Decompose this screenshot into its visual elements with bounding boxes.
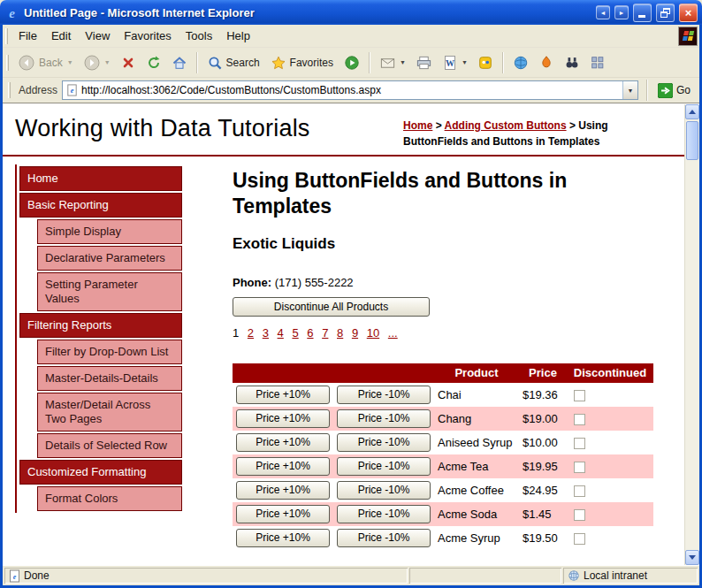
mail-button[interactable]: ▼ bbox=[375, 52, 410, 73]
find-button[interactable] bbox=[560, 52, 584, 73]
price-cell: $1.45 bbox=[519, 502, 567, 526]
refresh-button[interactable] bbox=[141, 52, 166, 73]
search-button[interactable]: Search bbox=[202, 52, 265, 73]
minimize-button[interactable] bbox=[633, 4, 652, 22]
close-button[interactable]: × bbox=[679, 4, 698, 22]
price-decrease-button[interactable]: Price -10% bbox=[337, 481, 431, 500]
edit-button[interactable]: W ▼ bbox=[438, 52, 472, 73]
back-button[interactable]: Back▼ bbox=[13, 51, 78, 74]
discontinued-checkbox[interactable] bbox=[574, 533, 585, 545]
discuss-button[interactable] bbox=[508, 52, 533, 73]
media-button[interactable] bbox=[340, 52, 364, 73]
address-label: Address bbox=[19, 84, 57, 96]
table-row: Price +10% Price -10% Acme Tea $19.95 bbox=[233, 454, 653, 478]
price-increase-button[interactable]: Price +10% bbox=[236, 481, 330, 500]
price-increase-button[interactable]: Price +10% bbox=[236, 433, 330, 452]
price-increase-button[interactable]: Price +10% bbox=[236, 409, 330, 428]
stop-button[interactable] bbox=[116, 52, 141, 73]
sidebar-item-filtering-reports[interactable]: Filtering Reports bbox=[19, 313, 182, 338]
sidebar-item-master-detail-across-two-pages[interactable]: Master/Detail Across Two Pages bbox=[37, 393, 182, 431]
print-button[interactable] bbox=[411, 52, 437, 73]
sidebar-item-simple-display[interactable]: Simple Display bbox=[37, 219, 182, 244]
price-decrease-button[interactable]: Price -10% bbox=[337, 529, 431, 547]
scrollbar-track[interactable] bbox=[685, 119, 699, 550]
titlebar-nav-forward-button[interactable]: ► bbox=[614, 5, 629, 19]
site-header: Working with Data Tutorials Home > Addin… bbox=[3, 104, 684, 155]
scrollbar-thumb[interactable] bbox=[686, 121, 698, 160]
sidebar-item-details-of-selected-row[interactable]: Details of Selected Row bbox=[37, 433, 182, 458]
quick-links-button[interactable] bbox=[585, 52, 610, 73]
price-decrease-button[interactable]: Price -10% bbox=[337, 433, 431, 452]
discontinued-checkbox[interactable] bbox=[574, 509, 585, 521]
toolbar-grip[interactable] bbox=[5, 28, 8, 44]
pager-link[interactable]: 8 bbox=[337, 326, 343, 340]
scroll-down-button[interactable] bbox=[685, 550, 699, 565]
price-increase-button[interactable]: Price +10% bbox=[236, 386, 330, 404]
breadcrumb-link-section[interactable]: Adding Custom Buttons bbox=[445, 119, 567, 132]
pager-link[interactable]: 9 bbox=[352, 326, 358, 340]
menu-tools[interactable]: Tools bbox=[179, 26, 219, 46]
sidebar-item-home[interactable]: Home bbox=[19, 166, 182, 191]
address-input[interactable] bbox=[79, 82, 622, 98]
toolbar-grip[interactable] bbox=[8, 82, 11, 98]
price-increase-button[interactable]: Price +10% bbox=[236, 505, 330, 523]
price-decrease-button[interactable]: Price -10% bbox=[337, 386, 431, 404]
titlebar-nav-back-button[interactable]: ◄ bbox=[596, 5, 610, 19]
menu-view[interactable]: View bbox=[78, 26, 117, 46]
sidebar-item-setting-parameter-values[interactable]: Setting Parameter Values bbox=[37, 272, 182, 311]
windows-flag-icon bbox=[678, 27, 698, 46]
discontinued-checkbox[interactable] bbox=[574, 414, 585, 425]
pager-link[interactable]: 10 bbox=[367, 326, 379, 340]
breadcrumb-link-home[interactable]: Home bbox=[403, 119, 432, 132]
pager-link[interactable]: 5 bbox=[292, 326, 298, 340]
pager-ellipsis-link[interactable]: ... bbox=[388, 326, 398, 340]
vertical-scrollbar[interactable] bbox=[684, 104, 699, 565]
menu-edit[interactable]: Edit bbox=[44, 26, 78, 46]
menu-help[interactable]: Help bbox=[219, 26, 257, 46]
sidebar-item-basic-reporting[interactable]: Basic Reporting bbox=[19, 193, 182, 218]
research-button[interactable] bbox=[534, 52, 559, 73]
pager-link[interactable]: 7 bbox=[322, 326, 328, 340]
grid-header-empty bbox=[333, 363, 434, 383]
pager-link[interactable]: 4 bbox=[278, 326, 284, 340]
svg-text:e: e bbox=[71, 86, 74, 95]
pager-current-page: 1 bbox=[233, 326, 239, 340]
toolbar-grip[interactable] bbox=[6, 55, 9, 71]
sidebar-nav: Home Basic Reporting Simple Display Decl… bbox=[15, 164, 185, 513]
sidebar-item-filter-by-dropdown-list[interactable]: Filter by Drop-Down List bbox=[37, 340, 182, 364]
forward-button[interactable]: ▼ bbox=[79, 51, 115, 74]
price-decrease-button[interactable]: Price -10% bbox=[337, 457, 431, 476]
menu-file[interactable]: File bbox=[11, 26, 44, 46]
status-empty-pane bbox=[409, 568, 561, 584]
sidebar-item-format-colors[interactable]: Format Colors bbox=[37, 486, 182, 511]
go-button[interactable]: Go bbox=[656, 83, 695, 98]
favorites-button[interactable]: Favorites bbox=[266, 52, 339, 73]
price-decrease-button[interactable]: Price -10% bbox=[337, 409, 431, 428]
pager-link[interactable]: 2 bbox=[248, 326, 254, 340]
toolbar-separator bbox=[646, 80, 648, 101]
discontinued-checkbox[interactable] bbox=[574, 485, 585, 497]
menu-favorites[interactable]: Favorites bbox=[117, 26, 178, 46]
sidebar-item-declarative-parameters[interactable]: Declarative Parameters bbox=[37, 246, 182, 271]
price-increase-button[interactable]: Price +10% bbox=[236, 457, 330, 476]
pager-link[interactable]: 6 bbox=[307, 326, 313, 340]
home-button[interactable] bbox=[167, 52, 192, 73]
discontinue-all-button[interactable]: Discontinue All Products bbox=[233, 297, 430, 317]
restore-button[interactable] bbox=[656, 4, 675, 22]
price-decrease-button[interactable]: Price -10% bbox=[337, 505, 431, 523]
discontinued-checkbox[interactable] bbox=[574, 390, 585, 401]
sidebar-item-customized-formatting[interactable]: Customized Formatting bbox=[19, 460, 182, 485]
svg-text:e: e bbox=[9, 6, 15, 20]
pager-link[interactable]: 3 bbox=[263, 326, 269, 340]
sidebar-item-master-details-details[interactable]: Master-Details-Details bbox=[37, 366, 182, 391]
scroll-up-button[interactable] bbox=[685, 104, 699, 119]
discontinued-checkbox[interactable] bbox=[574, 462, 585, 473]
discontinued-checkbox[interactable] bbox=[574, 438, 585, 449]
price-increase-button[interactable]: Price +10% bbox=[236, 529, 330, 547]
grid-header-discontinued: Discontinued bbox=[567, 363, 653, 383]
table-row: Price +10% Price -10% Aniseed Syrup $10.… bbox=[233, 431, 653, 454]
messenger-button[interactable] bbox=[473, 52, 498, 73]
address-dropdown-button[interactable]: ▼ bbox=[622, 81, 637, 99]
grid-header-empty bbox=[233, 363, 333, 383]
phone-label: Phone: bbox=[233, 276, 271, 289]
